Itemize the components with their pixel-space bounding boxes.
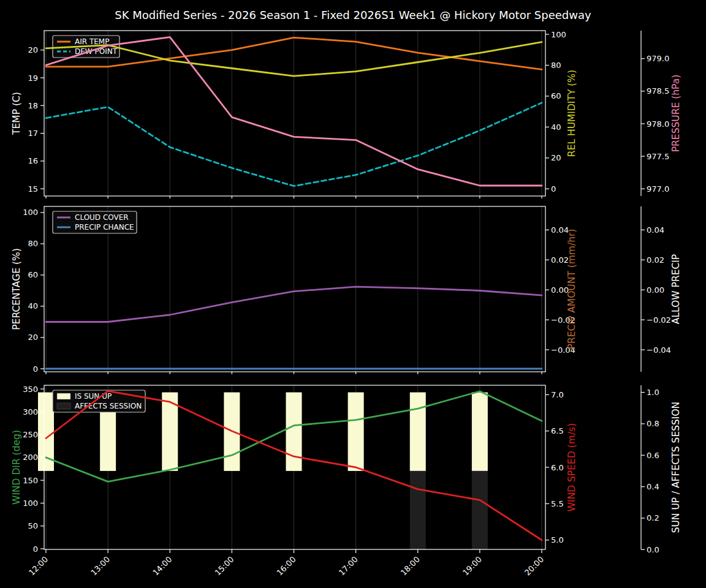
y-tick-label: 80 (551, 61, 561, 70)
x-tick-label: 18:00 (399, 555, 422, 578)
sun-axis-label: SUN UP / AFFECTS SESSION (670, 402, 681, 533)
legend-swatch (57, 393, 70, 399)
y-tick-label: 80 (28, 239, 38, 248)
y-tick-label: −0.02 (647, 315, 671, 325)
temp-axis-label: TEMP (C) (11, 92, 22, 135)
y-tick-label: 20 (28, 45, 38, 55)
y-tick-label: 100 (23, 208, 38, 217)
x-tick-label: 20:00 (523, 555, 545, 578)
y-tick-label: 20 (28, 333, 38, 342)
y-tick-label: 40 (551, 123, 561, 132)
x-tick-label: 17:00 (337, 555, 360, 578)
y-tick-label: 0.0 (647, 545, 659, 554)
y-tick-label: 6.0 (551, 463, 564, 472)
precipitation-panel: CLOUD COVERPRECIP CHANCE020406080100PERC… (11, 206, 681, 374)
pressure-axis-label: PRESSURE (hPa) (670, 75, 681, 153)
temperature-panel: AIR TEMPDEW POINT151617181920TEMP (C)020… (11, 30, 681, 198)
y-tick-label: 60 (551, 91, 561, 100)
weather-figure: SK Modified Series - 2026 Season 1 - Fix… (0, 0, 706, 588)
y-tick-label: 977.5 (647, 152, 669, 161)
x-tick-label: 14:00 (151, 555, 173, 578)
legend-swatch (57, 403, 70, 409)
affects-session-bar (410, 471, 426, 549)
x-tick-label: 13:00 (89, 555, 112, 578)
sun-up-bar (472, 393, 488, 471)
y-tick-label: 0.8 (647, 419, 659, 428)
y-tick-label: 60 (28, 270, 38, 279)
y-tick-label: 20 (551, 153, 561, 162)
wind-panel: IS SUN UPAFFECTS SESSION0501001502002503… (11, 385, 681, 554)
y-tick-label: 0 (33, 364, 38, 374)
wind-dir-axis-label: WIND DIR (deg) (11, 430, 22, 505)
y-tick-label: 150 (23, 476, 38, 485)
x-axis-labels: 12:0013:0014:0015:0016:0017:0018:0019:00… (27, 555, 545, 578)
affects-session-bar (472, 471, 488, 549)
y-tick-label: −0.04 (647, 345, 671, 355)
y-tick-label: 40 (28, 301, 38, 311)
legend: IS SUN UPAFFECTS SESSION (53, 390, 145, 412)
y-tick-label: 200 (23, 453, 38, 462)
y-tick-label: 6.5 (551, 426, 564, 435)
y-tick-label: 5.0 (551, 535, 564, 545)
y-tick-label: 0.04 (647, 225, 664, 235)
allow-precip-axis-label: ALLOW PRECIP (670, 254, 681, 324)
y-tick-label: 7.0 (551, 390, 564, 399)
x-tick-label: 19:00 (461, 555, 484, 578)
y-tick-label: 0.4 (647, 482, 659, 491)
sun-up-bar (410, 393, 426, 471)
legend-label: CLOUD COVER (75, 213, 129, 222)
sun-up-bar (348, 393, 364, 471)
y-tick-label: 0.00 (647, 285, 664, 295)
y-tick-label: 100 (23, 499, 38, 508)
legend-label: PRECIP CHANCE (75, 223, 134, 232)
x-tick-label: 12:00 (27, 555, 50, 578)
y-tick-label: 50 (28, 521, 38, 530)
precip-amount-axis-label: PRECIP AMOUNT (mm/hr) (566, 229, 577, 350)
y-tick-label: 250 (23, 430, 38, 439)
sun-up-bar (286, 393, 302, 471)
legend: CLOUD COVERPRECIP CHANCE (53, 211, 137, 233)
humidity-axis-label: REL HUMIDITY (%) (566, 70, 577, 157)
y-tick-label: 16 (28, 156, 38, 165)
y-tick-label: 18 (28, 101, 38, 110)
x-tick-label: 15:00 (213, 555, 235, 578)
y-tick-label: 350 (23, 385, 38, 394)
chart-canvas: AIR TEMPDEW POINT151617181920TEMP (C)020… (0, 0, 706, 588)
y-tick-label: 300 (23, 407, 38, 417)
y-tick-label: 977.0 (647, 184, 669, 194)
y-tick-label: 0 (33, 545, 38, 554)
y-tick-label: 978.5 (647, 86, 669, 96)
y-tick-label: 978.0 (647, 119, 669, 129)
x-tick-label: 16:00 (275, 555, 298, 578)
y-tick-label: 17 (28, 129, 38, 138)
y-tick-label: 0.2 (647, 513, 659, 522)
y-tick-label: 19 (28, 74, 38, 83)
percentage-axis-label: PERCENTAGE (%) (11, 248, 22, 330)
y-tick-label: 0 (551, 184, 556, 194)
y-tick-label: 15 (28, 184, 38, 194)
y-tick-label: 5.5 (551, 499, 564, 508)
y-tick-label: 100 (551, 30, 566, 39)
y-tick-label: 0.02 (647, 255, 664, 265)
y-tick-label: 0.6 (647, 451, 659, 460)
y-tick-label: 1.0 (647, 388, 659, 397)
y-tick-label: 979.0 (647, 54, 669, 63)
wind-speed-axis-label: WIND SPEED (m/s) (566, 423, 577, 511)
